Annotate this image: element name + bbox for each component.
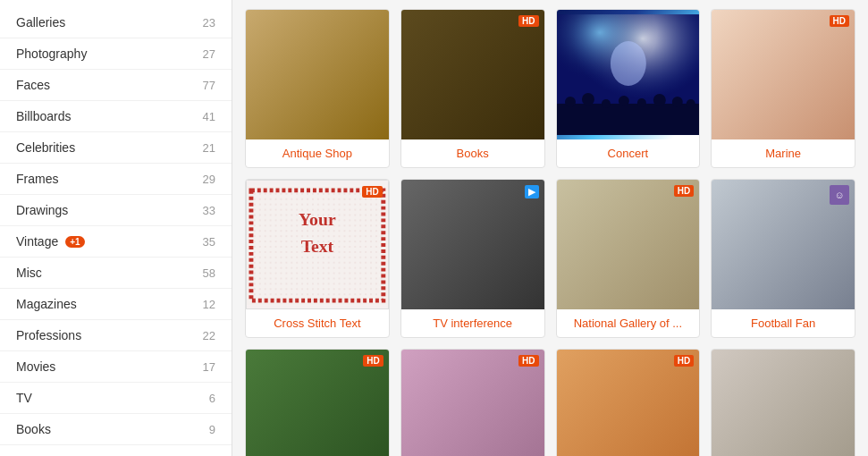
sidebar-item-magazines[interactable]: Magazines12 (0, 289, 232, 320)
card-image-wrap: HD (557, 180, 700, 309)
hd-badge: HD (830, 15, 849, 27)
card-image-wrap: HD (401, 10, 544, 139)
sidebar-label: Faces (16, 78, 50, 92)
svg-point-7 (618, 96, 628, 106)
card-title: Books (401, 139, 544, 167)
card-placeholder-image (712, 350, 855, 456)
card-0[interactable]: Antique Shop (245, 9, 390, 168)
sidebar-label: TV (16, 391, 32, 405)
sidebar-item-professions[interactable]: Professions22 (0, 320, 232, 351)
sidebar-count: 41 (203, 110, 215, 123)
svg-point-6 (601, 99, 610, 108)
sidebar-label: Movies (16, 359, 55, 374)
sidebar-item-celebrities[interactable]: Celebrities21 (0, 132, 232, 164)
sidebar-item-frames[interactable]: Frames29 (0, 164, 232, 195)
card-title: TV interference (401, 309, 544, 337)
sidebar-item-vintage[interactable]: Vintage+135 (0, 226, 232, 258)
hd-badge: HD (674, 185, 694, 197)
sidebar-item-books[interactable]: Books9 (0, 414, 232, 445)
svg-rect-18 (251, 190, 383, 300)
card-7[interactable]: ☺Football Fan (711, 179, 855, 338)
sidebar-count: 21 (203, 141, 215, 155)
sidebar-item-galleries[interactable]: Galleries23 (0, 7, 232, 38)
card-4[interactable]: Your Text HDCross Stitch Text (245, 179, 390, 338)
sidebar-count: 33 (203, 204, 215, 217)
sidebar-item-misc[interactable]: Misc58 (0, 258, 232, 289)
card-9[interactable]: HDOn the Table (400, 349, 545, 456)
svg-point-5 (581, 93, 594, 106)
video-badge: ▶ (525, 185, 539, 198)
sidebar-item-photography[interactable]: Photography27 (0, 38, 232, 70)
card-8[interactable]: HDTree Carving (245, 349, 390, 456)
card-image-wrap (712, 350, 855, 456)
sidebar-count: 12 (203, 298, 215, 311)
sidebar-count: 77 (203, 79, 215, 92)
card-placeholder-image (557, 10, 700, 139)
sidebar-label: Professions (16, 328, 81, 342)
card-6[interactable]: HDNational Gallery of ... (556, 179, 701, 338)
card-10[interactable]: HDSoup (556, 349, 701, 456)
svg-rect-3 (557, 104, 700, 135)
card-2[interactable]: Concert (556, 9, 701, 168)
card-image-wrap: ☺ (712, 180, 855, 309)
sidebar-item-drawings[interactable]: Drawings33 (0, 195, 232, 226)
sidebar-label: Books (16, 422, 51, 436)
card-1[interactable]: HDBooks (400, 9, 545, 168)
card-placeholder-image (401, 10, 544, 139)
card-title: Concert (557, 139, 700, 167)
sidebar-label: Billboards (16, 109, 71, 123)
sidebar-count: 17 (203, 360, 215, 374)
sidebar-label: Vintage (16, 234, 58, 249)
sidebar-label: Misc (16, 266, 42, 280)
sidebar-count: 23 (203, 16, 215, 30)
hd-badge: HD (674, 355, 694, 367)
sidebar-count: 35 (203, 235, 215, 249)
premium-badge: ☺ (830, 185, 849, 205)
card-5[interactable]: ▶TV interference (400, 179, 545, 338)
hd-badge: HD (518, 15, 538, 27)
sidebar-count: 29 (203, 173, 215, 186)
sidebar-label: Magazines (16, 297, 77, 311)
card-image-wrap: Your Text HD (246, 180, 389, 309)
main-content: Antique ShopHDBooks (232, 0, 868, 456)
card-image-wrap: HD (401, 350, 544, 456)
svg-point-8 (636, 98, 645, 107)
sidebar-item-faces[interactable]: Faces77 (0, 70, 232, 101)
card-3[interactable]: HDMarine (711, 9, 855, 168)
sidebar-count: 27 (203, 47, 215, 61)
sidebar-new-badge: +1 (65, 236, 84, 248)
card-placeholder-image: Your Text (247, 181, 388, 309)
card-grid: Antique ShopHDBooks (245, 9, 855, 456)
card-title: Marine (712, 139, 855, 167)
hd-badge: HD (362, 186, 382, 198)
sidebar-count: 22 (203, 329, 215, 342)
card-placeholder-image (401, 180, 544, 309)
card-title: Football Fan (712, 309, 855, 337)
card-image-wrap: HD (246, 350, 389, 456)
hd-badge: HD (518, 355, 538, 367)
sidebar-label: Photography (16, 46, 87, 61)
card-placeholder-image (246, 10, 389, 139)
svg-point-4 (564, 97, 575, 107)
svg-point-10 (671, 97, 682, 107)
card-image-wrap: HD (712, 10, 855, 139)
sidebar-item-billboards[interactable]: Billboards41 (0, 101, 232, 132)
sidebar-count: 6 (209, 392, 215, 405)
sidebar-label: Frames (16, 172, 58, 186)
sidebar: Galleries23Photography27Faces77Billboard… (0, 0, 232, 456)
card-11[interactable]: Building Wall (711, 349, 855, 456)
card-image-wrap (246, 10, 389, 139)
card-image-wrap: ▶ (401, 180, 544, 309)
sidebar-count: 9 (209, 423, 215, 436)
sidebar-label: Galleries (16, 15, 65, 30)
card-title: Antique Shop (246, 139, 389, 167)
sidebar-label: Celebrities (16, 140, 75, 155)
card-image-wrap (557, 10, 700, 139)
svg-point-11 (686, 99, 695, 108)
card-image-wrap: HD (557, 350, 700, 456)
hd-badge: HD (363, 355, 383, 367)
sidebar-item-tv[interactable]: TV6 (0, 383, 232, 414)
svg-point-12 (610, 41, 645, 86)
sidebar-item-movies[interactable]: Movies17 (0, 351, 232, 383)
card-placeholder-image (712, 10, 855, 139)
